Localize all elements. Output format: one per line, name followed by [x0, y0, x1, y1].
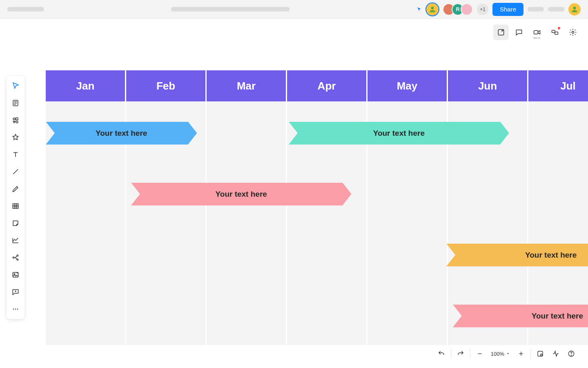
timeline-cell: [528, 101, 588, 162]
zoom-out-icon[interactable]: [473, 347, 487, 361]
svg-point-0: [431, 7, 434, 9]
title-placeholder[interactable]: [171, 7, 290, 11]
timeline-task[interactable]: Your text here: [446, 244, 588, 267]
svg-point-36: [541, 354, 543, 356]
svg-rect-17: [13, 204, 18, 209]
month-header-cell: Jan: [46, 70, 125, 101]
presence-cursor-icon: [416, 7, 422, 12]
month-header-cell: May: [368, 70, 447, 101]
timeline-canvas[interactable]: JanFebMarAprMayJunJul Your text hereYour…: [46, 70, 588, 368]
timeline-cell: [46, 162, 125, 223]
fit-icon[interactable]: [533, 347, 547, 361]
select-tool-icon[interactable]: [10, 80, 21, 92]
timeline-cell: [207, 101, 286, 162]
bottom-control-bar: 100%: [432, 345, 581, 362]
header-placeholder-2[interactable]: [548, 7, 564, 11]
svg-point-11: [13, 118, 15, 120]
image-tool-icon[interactable]: [10, 269, 21, 280]
month-header-row: JanFebMarAprMayJunJul: [46, 70, 588, 101]
share-button[interactable]: Share: [492, 3, 523, 16]
zoom-level[interactable]: 100%: [488, 351, 512, 357]
line-tool-icon[interactable]: [10, 166, 21, 177]
account-avatar[interactable]: [568, 3, 581, 16]
menu-placeholder[interactable]: [7, 7, 44, 11]
timeline-cell: [528, 162, 588, 223]
presence-overflow-badge[interactable]: +1: [477, 4, 488, 15]
month-header-cell: Mar: [207, 70, 286, 101]
activity-icon[interactable]: [549, 347, 563, 361]
video-icon[interactable]: BETA: [529, 25, 545, 40]
task-label: Your text here: [216, 190, 267, 199]
svg-rect-12: [16, 118, 18, 120]
redo-icon[interactable]: [454, 347, 468, 361]
table-tool-icon[interactable]: [10, 200, 21, 212]
notes-icon[interactable]: [493, 25, 509, 40]
svg-point-22: [13, 257, 14, 258]
more-tools-icon[interactable]: [10, 303, 21, 315]
svg-rect-13: [16, 121, 18, 123]
star-tool-icon[interactable]: [10, 132, 21, 143]
timeline-cell: [126, 284, 205, 345]
help-icon[interactable]: [564, 347, 578, 361]
timeline-cell: [46, 284, 125, 345]
timeline-task[interactable]: Your text here: [131, 183, 352, 206]
svg-point-23: [17, 255, 18, 256]
undo-icon[interactable]: [434, 347, 448, 361]
header-placeholder-1[interactable]: [528, 7, 544, 11]
left-toolbar: [7, 76, 24, 319]
shapes-tool-icon[interactable]: [10, 114, 21, 126]
svg-point-31: [17, 309, 18, 310]
comments-icon[interactable]: [511, 25, 527, 40]
timeline-cell: [368, 162, 447, 223]
timeline-cell: [126, 223, 205, 284]
timeline-task[interactable]: Your text here: [289, 122, 509, 145]
month-header-cell: Jul: [528, 70, 588, 101]
timeline-cell: [287, 223, 366, 284]
mindmap-tool-icon[interactable]: [10, 252, 21, 263]
svg-point-1: [573, 7, 576, 9]
timeline-cell: [46, 223, 125, 284]
timeline-cell: [207, 284, 286, 345]
task-label: Your text here: [525, 251, 577, 260]
svg-point-30: [15, 309, 16, 310]
timeline-cell: [448, 162, 527, 223]
month-header-cell: Jun: [448, 70, 527, 101]
sticky-tool-icon[interactable]: [10, 218, 21, 229]
month-header-cell: Apr: [287, 70, 366, 101]
pen-tool-icon[interactable]: [10, 183, 21, 195]
svg-rect-5: [555, 32, 558, 34]
presence-avatar-self[interactable]: [426, 3, 439, 16]
timeline-cell: [207, 223, 286, 284]
timeline-cell: [287, 284, 366, 345]
svg-line-16: [13, 169, 18, 174]
settings-icon[interactable]: [565, 25, 581, 40]
svg-point-24: [17, 259, 18, 260]
task-label: Your text here: [96, 129, 147, 138]
timeline-task[interactable]: Your text here: [46, 122, 197, 145]
text-tool-icon[interactable]: [10, 149, 21, 160]
svg-point-6: [572, 31, 574, 34]
frame-tool-icon[interactable]: [10, 97, 21, 109]
action-bar: BETA: [493, 25, 581, 40]
svg-rect-4: [552, 30, 555, 33]
month-header-cell: Feb: [126, 70, 205, 101]
zoom-in-icon[interactable]: [514, 347, 528, 361]
task-label: Your text here: [373, 129, 425, 138]
task-label: Your text here: [532, 312, 583, 321]
svg-rect-3: [534, 31, 538, 34]
svg-point-38: [571, 355, 571, 355]
top-bar: R +1 Share: [0, 0, 588, 19]
comment-tool-icon[interactable]: [10, 286, 21, 298]
chart-tool-icon[interactable]: [10, 235, 21, 246]
huddle-icon[interactable]: [547, 25, 563, 40]
timeline-grid: Your text hereYour text hereYour text he…: [46, 101, 588, 345]
presence-avatars[interactable]: R: [443, 3, 473, 16]
timeline-cell: [368, 284, 447, 345]
timeline-cell: [368, 223, 447, 284]
timeline-task[interactable]: Your text here: [453, 305, 588, 328]
svg-point-29: [13, 309, 14, 310]
